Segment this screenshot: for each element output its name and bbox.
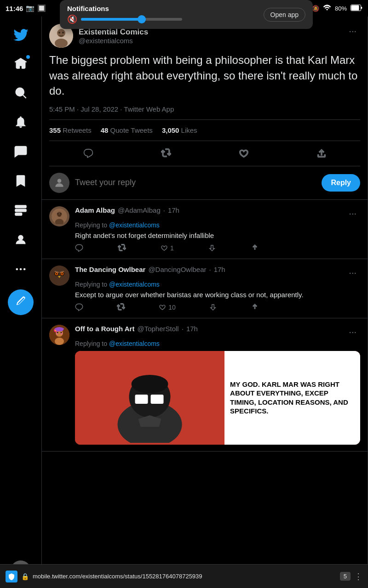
notification-title: Notifications [67,5,182,12]
reply-user-avatar [49,173,69,193]
sidebar-item-notifications[interactable] [7,109,34,137]
reply-3-author-handle[interactable]: @TopherStoll [137,325,178,333]
like-action-button[interactable] [234,144,253,163]
compose-button[interactable] [8,289,34,315]
reply-action-button[interactable] [79,144,98,163]
quote-tweets-stat[interactable]: 48 Quote Tweets [101,126,153,134]
reply-2-text: Except to argue over whether baristas ar… [75,290,360,300]
svg-rect-4 [15,206,26,208]
browser-menu-button[interactable]: ⋮ [354,571,362,582]
wifi-icon [323,5,331,12]
reply-1-meta: Adam Albag @AdamAlbag · 17h [75,206,179,214]
reply-1-like-count: 1 [170,244,174,252]
messages-icon [14,145,27,160]
reply-2-author-handle[interactable]: @DancingOwlbear [148,266,206,273]
reply-2-like-action[interactable]: 10 [158,303,176,311]
retweets-stat[interactable]: 355 Retweets [49,126,92,134]
reply-2-replying-to-handle[interactable]: @existentialcoms [109,281,160,288]
reply-3-time-dot: · [182,325,184,333]
browser-url[interactable]: mobile.twitter.com/existentialcoms/statu… [33,573,336,580]
svg-point-15 [58,32,60,34]
reply-1-downvote-action[interactable] [208,244,216,252]
browser-tab-count[interactable]: 5 [340,572,351,581]
reply-1-header: Adam Albag @AdamAlbag · 17h ··· [75,206,360,220]
reply-avatar-owlbear[interactable] [49,266,69,286]
slider-thumb [138,15,146,23]
sidebar-item-search[interactable] [7,80,34,107]
reply-3-meta: Off to a Rough Art @TopherStoll · 17h [75,325,198,333]
reply-box: Reply [42,166,368,200]
svg-point-37 [61,332,62,333]
svg-point-16 [62,32,64,34]
reply-1-like-action[interactable]: 1 [160,244,174,252]
reply-1-share-action[interactable] [251,244,259,252]
reply-3-more-button[interactable]: ··· [345,325,360,339]
reply-3-replying-to-handle[interactable]: @existentialcoms [109,340,160,347]
reply-input[interactable] [75,178,316,187]
reply-1-reply-action[interactable] [75,244,83,252]
notification-content: Notifications 🔇 [67,5,182,24]
reply-2-time-dot: · [209,266,211,273]
sidebar-item-home[interactable] [7,51,34,78]
bookmarks-icon [14,175,27,189]
browser-shield-icon [6,571,17,582]
home-icon [14,57,27,72]
sidebar-item-more[interactable] [7,256,34,284]
svg-point-24 [49,266,69,286]
reply-2-body: The Dancing Owlbear @DancingOwlbear · 17… [75,266,360,311]
reply-2-author-name[interactable]: The Dancing Owlbear [75,266,145,273]
reply-2-more-button[interactable]: ··· [345,266,360,280]
share-action-button[interactable] [312,144,331,163]
reply-2-reply-action[interactable] [75,303,83,311]
svg-point-10 [23,268,26,271]
reply-1-body: Adam Albag @AdamAlbag · 17h ··· Replying… [75,206,360,252]
reply-1-replying-to: Replying to @existentialcoms [75,221,360,229]
sidebar-item-profile[interactable] [7,227,34,254]
reply-tweet-1: Adam Albag @AdamAlbag · 17h ··· Replying… [42,200,368,259]
reply-2-retweet-action[interactable] [117,303,125,311]
retweet-action-button[interactable] [156,144,176,163]
status-left: 11:46 📷 🔲 [6,4,46,12]
volume-slider[interactable] [81,18,182,21]
sidebar-item-lists[interactable] [7,198,34,225]
battery-icon [351,5,362,12]
status-time: 11:46 [6,5,23,12]
reply-3-author-name[interactable]: Off to a Rough Art [75,325,134,333]
reply-2-meta: The Dancing Owlbear @DancingOwlbear · 17… [75,266,225,273]
mute-icon[interactable]: 🔇 [67,14,77,24]
reply-1-more-button[interactable]: ··· [345,206,360,220]
reply-1-text: Right andet's not forget determinitely i… [75,231,360,240]
reply-avatar-adam[interactable] [49,206,69,226]
reply-1-replying-to-handle[interactable]: @existentialcoms [109,221,160,229]
reply-2-share-action[interactable] [251,303,259,311]
comic-image[interactable]: MY GOD. KARL MAR WAS RIGHT ABOUT EVERYTH… [75,351,360,445]
tweet-actions [49,141,360,166]
svg-point-14 [55,39,68,48]
reply-2-timestamp: 17h [214,266,225,273]
search-icon [14,86,27,101]
more-circle-icon [14,263,27,277]
reply-2-replying-to: Replying to @existentialcoms [75,281,360,288]
svg-rect-6 [15,213,22,215]
tweet-more-button[interactable]: ··· [345,24,360,38]
tweet-content: Existential Comics @existentialcoms ··· … [41,17,368,588]
svg-point-30 [62,273,63,274]
reply-button[interactable]: Reply [322,174,360,192]
reply-1-author-handle[interactable]: @AdamAlbag [118,206,161,214]
reply-tweet-3: Off to a Rough Art @TopherStoll · 17h ··… [42,318,368,452]
sidebar-item-twitter-logo[interactable] [7,21,34,49]
browser-bar: 🔒 mobile.twitter.com/existentialcoms/sta… [0,564,368,588]
likes-label: Likes [181,126,197,134]
reply-1-author-name[interactable]: Adam Albag [75,206,115,214]
author-handle[interactable]: @existentialcoms [79,37,148,45]
tweet-timestamp: 5:45 PM · Jul 28, 2022 · Twitter Web App [49,105,360,113]
sidebar-item-bookmarks[interactable] [7,168,34,196]
notification-banner: Notifications 🔇 Open app [60,0,313,29]
reply-2-like-count: 10 [168,304,176,311]
likes-stat[interactable]: 3,050 Likes [162,126,197,134]
reply-1-retweet-action[interactable] [118,244,126,252]
open-app-button[interactable]: Open app [264,8,306,22]
sidebar-item-messages[interactable] [7,139,34,166]
reply-avatar-rough-art[interactable] [49,325,69,345]
reply-2-downvote-action[interactable] [209,303,217,311]
